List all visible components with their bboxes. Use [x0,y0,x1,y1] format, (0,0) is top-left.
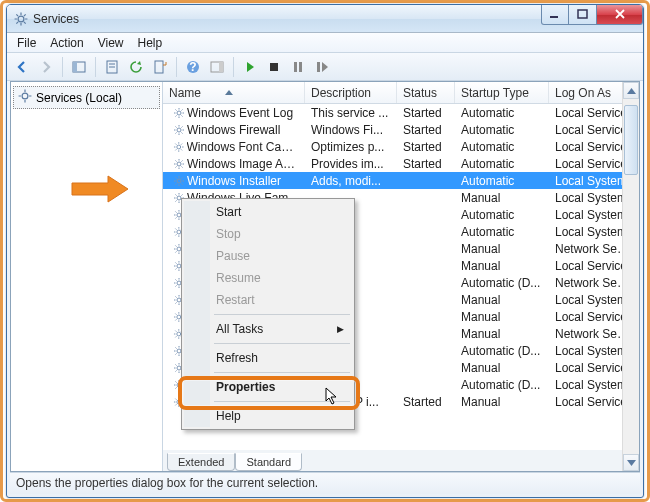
menu-file[interactable]: File [11,34,42,52]
svg-rect-23 [299,62,302,72]
svg-line-145 [175,319,176,320]
service-startup-type: Manual [455,361,549,375]
service-startup-type: Automatic [455,208,549,222]
service-startup-type: Automatic (D... [455,276,549,290]
column-name[interactable]: Name [163,82,305,103]
service-name: Windows Event Log [187,106,293,120]
services-icon [13,11,29,27]
svg-line-172 [176,370,177,371]
cm-help[interactable]: Help [184,405,352,427]
svg-line-100 [175,234,176,235]
gear-icon [169,106,185,120]
service-startup-type: Manual [455,395,549,409]
svg-line-54 [181,149,182,150]
service-startup-type: Manual [455,242,549,256]
menu-view[interactable]: View [92,34,130,52]
show-hide-pane-button[interactable] [68,56,90,78]
vertical-scrollbar[interactable] [622,82,639,471]
back-button[interactable] [11,56,33,78]
column-description[interactable]: Description [305,82,397,103]
service-name: Windows Firewall [187,123,280,137]
menu-action[interactable]: Action [44,34,89,52]
help-button[interactable]: ? [182,56,204,78]
column-startup-type[interactable]: Startup Type [455,82,549,103]
svg-line-181 [176,387,177,388]
service-startup-type: Automatic [455,140,549,154]
svg-point-66 [177,179,181,183]
stop-service-button[interactable] [263,56,285,78]
svg-line-82 [176,200,177,201]
cm-separator [214,314,350,315]
svg-line-71 [176,177,177,178]
properties-toolbar-button[interactable] [101,56,123,78]
refresh-button[interactable] [125,56,147,78]
svg-line-55 [175,149,176,150]
svg-rect-16 [155,61,163,73]
cm-resume: Resume [184,267,352,289]
service-startup-type: Automatic [455,123,549,137]
forward-button[interactable] [35,56,57,78]
svg-line-190 [175,404,176,405]
tree-item-services-local[interactable]: Services (Local) [13,86,160,109]
pause-service-button[interactable] [287,56,309,78]
svg-line-136 [176,302,177,303]
menubar: File Action View Help [7,33,643,53]
service-startup-type: Automatic (D... [455,344,549,358]
service-description: Optimizes p... [305,140,397,154]
service-description: Provides im... [305,157,397,171]
service-status: Started [397,140,455,154]
export-button[interactable] [149,56,171,78]
service-status: Started [397,106,455,120]
service-row[interactable]: Windows Font Cach...Optimizes p...Starte… [163,138,639,155]
cm-start[interactable]: Start [184,201,352,223]
svg-line-44 [176,126,177,127]
action-pane-button[interactable] [206,56,228,78]
service-startup-type: Manual [455,293,549,307]
svg-rect-20 [219,62,223,72]
service-row[interactable]: Windows Event LogThis service ...Started… [163,104,639,121]
cm-properties[interactable]: Properties [184,376,352,398]
submenu-arrow-icon: ▶ [337,324,344,334]
service-row[interactable]: Windows InstallerAdds, modi...AutomaticL… [163,172,639,189]
svg-point-57 [177,162,181,166]
service-name: Windows Installer [187,174,281,188]
scroll-down-button[interactable] [623,454,639,471]
menu-help[interactable]: Help [132,34,169,52]
start-service-button[interactable] [239,56,261,78]
svg-line-63 [182,166,183,167]
service-startup-type: Manual [455,191,549,205]
service-description: Windows Fi... [305,123,397,137]
svg-line-8 [24,14,26,16]
cm-all-tasks[interactable]: All Tasks▶ [184,318,352,340]
svg-line-36 [182,115,183,116]
service-status: Started [397,123,455,137]
close-button[interactable] [597,5,643,25]
svg-line-143 [175,313,176,314]
svg-line-45 [182,132,183,133]
tab-extended[interactable]: Extended [167,453,235,471]
tab-standard[interactable]: Standard [235,453,302,471]
svg-line-56 [181,143,182,144]
service-description: Adds, modi... [305,174,397,188]
service-startup-type: Manual [455,259,549,273]
restart-service-button[interactable] [311,56,333,78]
scroll-up-button[interactable] [623,82,639,99]
gear-icon [18,89,32,106]
svg-line-74 [182,177,183,178]
svg-line-91 [175,217,176,218]
service-row[interactable]: Windows FirewallWindows Fi...StartedAuto… [163,121,639,138]
svg-line-125 [176,279,177,280]
svg-line-179 [176,381,177,382]
column-status[interactable]: Status [397,82,455,103]
minimize-button[interactable] [541,5,569,25]
cm-restart: Restart [184,289,352,311]
service-row[interactable]: Windows Image Ac...Provides im...Started… [163,155,639,172]
svg-line-80 [176,194,177,195]
cm-refresh[interactable]: Refresh [184,347,352,369]
maximize-button[interactable] [569,5,597,25]
scroll-thumb[interactable] [624,105,638,175]
titlebar[interactable]: Services [7,5,643,33]
svg-line-127 [176,285,177,286]
scroll-track[interactable] [623,99,639,454]
service-startup-type: Automatic (D... [455,378,549,392]
